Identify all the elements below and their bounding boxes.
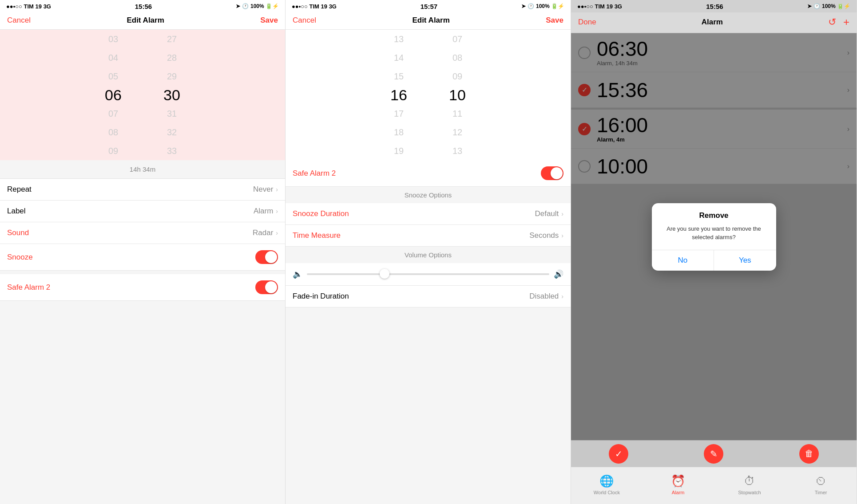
done-button[interactable]: Done	[578, 18, 596, 27]
toolbar-stopwatch[interactable]: ⏱ Stopwatch	[732, 474, 767, 495]
refresh-button[interactable]: ↺	[828, 16, 836, 28]
edit-button[interactable]: ✎	[704, 444, 723, 464]
sound-row[interactable]: Sound Radar ›	[0, 222, 285, 244]
nav-title-3: Alarm	[702, 18, 723, 27]
p2-hour-17[interactable]: 17	[372, 104, 425, 123]
min-32[interactable]: 32	[145, 123, 198, 142]
safe-alarm-toggle-1[interactable]	[255, 280, 278, 294]
hour-04[interactable]: 04	[87, 48, 140, 67]
p2-hour-15[interactable]: 15	[372, 67, 425, 86]
status-left-1: ●●•○○ TIM 19 3G	[6, 3, 51, 10]
fade-duration-row[interactable]: Fade-in Duration Disabled ›	[286, 286, 571, 307]
cancel-button-1[interactable]: Cancel	[7, 16, 31, 25]
delete-button[interactable]: 🗑	[799, 444, 819, 464]
toolbar-world-clock[interactable]: 🌐 World Clock	[589, 474, 624, 495]
battery-1: 100% 🔋⚡	[250, 3, 279, 9]
p2-hour-13[interactable]: 13	[372, 30, 425, 48]
p2-hour-19[interactable]: 19	[372, 142, 425, 160]
safe-alarm-toggle-2[interactable]	[541, 166, 563, 180]
p2-min-12[interactable]: 12	[431, 123, 484, 142]
volume-thumb[interactable]	[380, 269, 389, 279]
p2-hour-16[interactable]: 16	[372, 86, 425, 104]
minute-picker-2[interactable]: 07 08 09 10 11 12 13	[431, 30, 484, 160]
hour-05[interactable]: 05	[87, 67, 140, 86]
repeat-chevron: ›	[276, 186, 278, 193]
safe-alarm-row-1[interactable]: Safe Alarm 2	[0, 274, 285, 301]
hour-08[interactable]: 08	[87, 123, 140, 142]
carrier-3: ●●•○○ TIM 19 3G	[577, 3, 622, 10]
cancel-button-2[interactable]: Cancel	[293, 16, 316, 25]
time-measure-label: Time Measure	[293, 231, 341, 240]
sound-label: Sound	[7, 228, 29, 237]
hour-06[interactable]: 06	[87, 86, 140, 104]
hour-09[interactable]: 09	[87, 142, 140, 160]
hour-03[interactable]: 03	[87, 30, 140, 48]
add-button[interactable]: +	[843, 16, 849, 28]
p2-min-07[interactable]: 07	[431, 30, 484, 48]
volume-low-icon: 🔈	[293, 269, 302, 279]
p2-min-08[interactable]: 08	[431, 48, 484, 67]
time-1: 15:56	[135, 3, 152, 10]
toolbar-alarm[interactable]: ⏰ Alarm	[660, 474, 696, 495]
modal-yes-button[interactable]: Yes	[714, 250, 776, 271]
snooze-duration-row[interactable]: Snooze Duration Default ›	[286, 203, 571, 225]
carrier-2: ●●•○○ TIM 19 3G	[292, 3, 337, 10]
toolbar-timer[interactable]: ⏲ Timer	[803, 474, 839, 495]
p2-min-10[interactable]: 10	[431, 86, 484, 104]
p2-hour-14[interactable]: 14	[372, 48, 425, 67]
status-left-2: ●●•○○ TIM 19 3G	[292, 3, 337, 10]
label-row[interactable]: Label Alarm ›	[0, 201, 285, 222]
sound-value: Radar ›	[253, 228, 278, 237]
panel-edit-alarm-1: ●●•○○ TIM 19 3G 15:56 ➤ 🕐 100% 🔋⚡ Cancel…	[0, 0, 286, 504]
p2-min-13[interactable]: 13	[431, 142, 484, 160]
snooze-duration-chevron: ›	[561, 210, 563, 217]
p2-hour-18[interactable]: 18	[372, 123, 425, 142]
time-left-1: 14h 34m	[0, 160, 285, 179]
alarm-icon: ⏰	[671, 474, 685, 488]
select-all-button[interactable]: ✓	[609, 444, 628, 464]
fade-duration-chevron: ›	[561, 293, 563, 300]
nav-actions-3: ↺ +	[828, 16, 849, 28]
label-value: Alarm ›	[254, 207, 278, 216]
p2-min-09[interactable]: 09	[431, 67, 484, 86]
min-33[interactable]: 33	[145, 142, 198, 160]
volume-slider[interactable]	[307, 273, 549, 275]
save-button-1[interactable]: Save	[260, 16, 278, 25]
time-picker-2[interactable]: 13 14 15 16 17 18 19 07 08 09 10 11 12 1…	[286, 30, 571, 160]
globe-icon: 🌐	[599, 474, 614, 488]
hour-picker-2[interactable]: 13 14 15 16 17 18 19	[372, 30, 425, 160]
settings-list-2: Snooze Options Snooze Duration Default ›…	[286, 187, 571, 504]
hour-07[interactable]: 07	[87, 104, 140, 123]
sound-chevron: ›	[276, 229, 278, 236]
safe-alarm-row-2[interactable]: Safe Alarm 2	[286, 160, 571, 187]
action-toolbar: ✓ ✎ 🗑	[571, 440, 857, 467]
p2-min-11[interactable]: 11	[431, 104, 484, 123]
modal-no-button[interactable]: No	[652, 250, 714, 271]
time-separator-2	[425, 76, 431, 114]
min-27[interactable]: 27	[145, 30, 198, 48]
snooze-toggle[interactable]	[255, 250, 278, 264]
save-button-2[interactable]: Save	[546, 16, 563, 25]
clock-icon-2: 🕐	[528, 3, 534, 9]
timer-icon: ⏲	[815, 474, 827, 488]
modal-buttons: No Yes	[652, 250, 776, 271]
clock-icon-1: 🕐	[242, 3, 249, 9]
snooze-row[interactable]: Snooze	[0, 244, 285, 271]
status-bar-1: ●●•○○ TIM 19 3G 15:56 ➤ 🕐 100% 🔋⚡	[0, 0, 285, 12]
repeat-row[interactable]: Repeat Never ›	[0, 179, 285, 201]
repeat-label: Repeat	[7, 185, 32, 194]
min-29[interactable]: 29	[145, 67, 198, 86]
min-28[interactable]: 28	[145, 48, 198, 67]
min-31[interactable]: 31	[145, 104, 198, 123]
minute-picker-1[interactable]: 27 28 29 30 31 32 33	[145, 30, 198, 160]
world-clock-label: World Clock	[594, 490, 620, 495]
section-spacer-1	[0, 271, 285, 274]
time-measure-row[interactable]: Time Measure Seconds ›	[286, 225, 571, 247]
min-30[interactable]: 30	[145, 86, 198, 104]
status-left-3: ●●•○○ TIM 19 3G	[577, 3, 622, 10]
settings-list-1: Repeat Never › Label Alarm › Sound Radar…	[0, 179, 285, 504]
volume-row[interactable]: 🔈 🔊	[286, 263, 571, 286]
hour-picker-1[interactable]: 03 04 05 06 07 08 09	[87, 30, 140, 160]
time-picker-1[interactable]: 03 04 05 06 07 08 09 27 28 29 30 31 32 3…	[0, 30, 285, 160]
nav-arrow-2: ➤	[521, 3, 526, 9]
